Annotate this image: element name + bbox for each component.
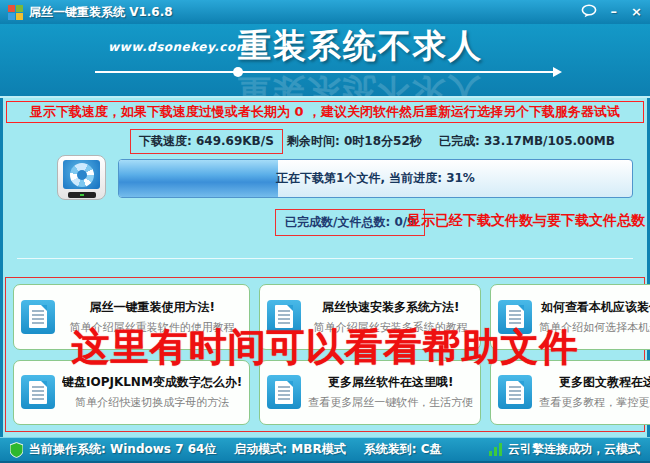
help-subtitle: 查看更多屌丝一键软件，生活方便 — [308, 395, 473, 410]
status-bar: 当前操作系统: Windows 7 64位 启动模式: MBR模式 系统装到: … — [0, 437, 650, 463]
boot-mode: 启动模式: MBR模式 — [234, 441, 345, 458]
files-count-box: 已完成数/文件总数: 0/9 — [275, 209, 425, 236]
close-button[interactable]: × — [631, 5, 642, 19]
loading-wheel-icon — [70, 163, 94, 187]
progress-text: 正在下载第1个文件, 当前进度: 31% — [119, 160, 632, 197]
speed-annotation: 显示下载速度，如果下载速度过慢或者长期为 0 ，建议关闭软件然后重新运行选择另个… — [6, 101, 644, 123]
help-subtitle: 查看更多教程，掌控更多安装方法 — [539, 395, 650, 410]
help-subtitle: 简单介绍如何选择本机最合适系统 — [539, 320, 650, 335]
help-item-more-software[interactable]: 更多屌丝软件在这里哦! 查看更多屌丝一键软件，生活方便 — [259, 360, 481, 426]
shield-icon — [10, 442, 23, 458]
window-title: 屌丝一键重装系统 V1.6.8 — [29, 4, 173, 21]
signal-bars-icon — [489, 443, 502, 456]
window-controls: – × — [581, 4, 642, 21]
app-window: 屌丝一键重装系统 V1.6.8 – × www.dsonekey.com 重装系… — [0, 0, 650, 463]
document-icon — [498, 375, 532, 409]
help-subtitle: 简单介绍屌丝重装软件的使用教程 — [62, 320, 242, 335]
help-title: 更多图文教程在这里哦! — [539, 374, 650, 391]
completed-size: 已完成: 33.17MB/105.00MB — [439, 133, 615, 150]
files-label: 已完成数/文件总数: — [285, 215, 390, 229]
help-item-keyboard[interactable]: 键盘IOPJKLNM变成数字怎么办! 简单介绍快速切换成字母的方法 — [13, 360, 250, 426]
chat-icon[interactable] — [581, 4, 597, 21]
section-divider — [17, 258, 633, 259]
help-title: 屌丝快速安装多系统方法! — [308, 299, 473, 316]
cloud-status: 云引擎连接成功，云模式 — [489, 441, 640, 458]
document-icon — [21, 375, 55, 409]
app-logo-icon — [8, 5, 23, 20]
computer-icon — [57, 155, 106, 200]
arrow-line — [95, 71, 560, 73]
download-progress-bar: 正在下载第1个文件, 当前进度: 31% — [118, 159, 633, 198]
document-icon — [498, 300, 532, 334]
help-item-more-tutorials[interactable]: 更多图文教程在这里哦! 查看更多教程，掌控更多安装方法 — [490, 360, 650, 426]
cloud-status-text: 云引擎连接成功，云模式 — [508, 441, 640, 458]
completed-label: 已完成: — [439, 134, 480, 148]
slogan-text: 重装系统不求人 — [238, 24, 483, 69]
title-bar: 屌丝一键重装系统 V1.6.8 – × — [0, 0, 650, 24]
help-title: 键盘IOPJKLNM变成数字怎么办! — [62, 374, 242, 391]
remaining-label: 剩余时间: — [287, 134, 340, 148]
monitor-base — [68, 192, 96, 198]
help-title: 屌丝一键重装使用方法! — [62, 299, 242, 316]
remaining-time: 剩余时间: 0时18分52秒 — [287, 133, 422, 150]
completed-value: 33.17MB/105.00MB — [484, 134, 615, 148]
header-banner: www.dsonekey.com 重装系统不求人 重装系统不求人 — [0, 24, 650, 98]
help-item-which-system[interactable]: 如何查看本机应该装什么系统! 简单介绍如何选择本机最合适系统 — [490, 284, 650, 350]
os-status: 当前操作系统: Windows 7 64位 — [10, 441, 216, 458]
document-icon — [21, 300, 55, 334]
minimize-button[interactable]: – — [611, 5, 618, 19]
download-stats-row: 下载速度: 649.69KB/S 剩余时间: 0时18分52秒 已完成: 33.… — [3, 129, 647, 153]
document-icon — [267, 300, 301, 334]
help-subtitle: 简单介绍快速切换成字母的方法 — [62, 395, 242, 410]
install-target: 系统装到: C盘 — [364, 441, 442, 458]
help-subtitle: 简单介绍屌丝安装多系统的教程 — [308, 320, 473, 335]
monitor-screen — [63, 160, 100, 189]
website-url: www.dsonekey.com — [108, 40, 249, 54]
download-speed-box: 下载速度: 649.69KB/S — [130, 129, 283, 154]
speed-value: 649.69KB/S — [196, 134, 274, 148]
document-icon — [267, 375, 301, 409]
help-item-usage[interactable]: 屌丝一键重装使用方法! 简单介绍屌丝重装软件的使用教程 — [13, 284, 250, 350]
remaining-value: 0时18分52秒 — [344, 134, 422, 148]
main-body: 显示下载速度，如果下载速度过慢或者长期为 0 ，建议关闭软件然后重新运行选择另个… — [3, 98, 647, 437]
help-item-multisystem[interactable]: 屌丝快速安装多系统方法! 简单介绍屌丝安装多系统的教程 — [259, 284, 481, 350]
help-title: 更多屌丝软件在这里哦! — [308, 374, 473, 391]
arrow-head-icon — [553, 67, 562, 77]
help-section: 屌丝一键重装使用方法! 简单介绍屌丝重装软件的使用教程 屌丝快速安装多系统方法!… — [5, 277, 645, 432]
help-title: 如何查看本机应该装什么系统! — [539, 299, 650, 316]
files-annotation: 显示已经下载文件数与要下载文件总数 — [407, 212, 645, 230]
arrow-dot — [233, 67, 243, 77]
speed-label: 下载速度: — [139, 134, 192, 148]
